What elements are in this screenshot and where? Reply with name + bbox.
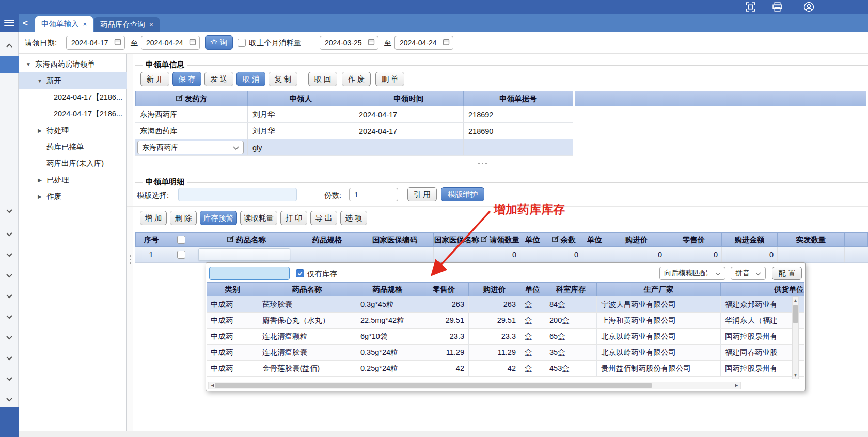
vertical-scrollbar[interactable]: ▲ ▼: [792, 296, 799, 379]
calendar-icon[interactable]: [111, 38, 121, 47]
retrieve-button[interactable]: 取 回: [308, 72, 337, 86]
read-consumption-button[interactable]: 读取耗量: [240, 211, 277, 225]
calendar-icon[interactable]: [439, 38, 450, 47]
header-checkbox[interactable]: [167, 232, 195, 247]
chevron-down-icon[interactable]: [6, 313, 13, 317]
calendar-icon[interactable]: [186, 38, 196, 47]
header-purchase-price[interactable]: 购进价: [607, 232, 666, 247]
header-request-qty[interactable]: 请领数量: [480, 232, 520, 247]
pinyin-select[interactable]: 拼音: [731, 267, 766, 280]
chevron-down-icon[interactable]: [6, 207, 13, 211]
bottom-scrollbar-track[interactable]: [19, 431, 868, 437]
header-drug-name[interactable]: 药品名称: [258, 282, 356, 296]
remove-button[interactable]: 删 除: [170, 211, 197, 225]
header-manufacturer[interactable]: 生产厂家: [597, 282, 721, 296]
only-stock-checkbox[interactable]: [296, 269, 304, 277]
new-button[interactable]: 新 开: [140, 72, 169, 86]
header-time[interactable]: 申领时间: [354, 91, 464, 106]
stock-alert-button[interactable]: 库存预警: [200, 211, 237, 225]
scroll-down-icon[interactable]: ▼: [793, 372, 798, 379]
collapsed-arrow-icon[interactable]: ▶: [36, 194, 43, 199]
chevron-down-icon[interactable]: [6, 333, 13, 338]
header-purchase-amount[interactable]: 购进金额: [722, 232, 778, 247]
config-button[interactable]: 配 置: [772, 267, 802, 280]
header-pharmacy[interactable]: 发药方: [135, 91, 248, 106]
chevron-down-icon[interactable]: [6, 271, 13, 276]
header-applicant[interactable]: 申领人: [248, 91, 354, 106]
panel-splitter[interactable]: [127, 54, 133, 431]
master-row[interactable]: 东海西药库 刘月华 2024-04-17 218690: [135, 123, 573, 139]
export-button[interactable]: 导 出: [310, 211, 337, 225]
tree-item-order[interactable]: 2024-04-17【2186...: [19, 105, 127, 122]
menu-icon[interactable]: [4, 20, 14, 27]
date-from-input[interactable]: 2024-04-17: [66, 36, 125, 50]
cell-applicant-edit[interactable]: gly: [248, 139, 354, 155]
close-icon[interactable]: ×: [83, 20, 87, 28]
chevron-down-icon[interactable]: [6, 292, 13, 296]
print-icon[interactable]: [772, 2, 783, 12]
collapsed-arrow-icon[interactable]: ▶: [36, 128, 43, 133]
header-unit[interactable]: 单位: [520, 232, 545, 247]
tree-item-void[interactable]: ▶作废: [19, 188, 127, 205]
cell-order-no-edit[interactable]: [464, 139, 573, 155]
cite-button[interactable]: 引 用: [407, 187, 437, 201]
tree-item-new[interactable]: ▼新开: [19, 72, 127, 89]
scrollbar-thumb[interactable]: [793, 305, 798, 323]
section-splitter-handle[interactable]: [478, 163, 489, 164]
detail-row[interactable]: 1 0 0 0 0 0: [135, 247, 868, 263]
match-mode-select[interactable]: 向后模糊匹配: [659, 267, 725, 280]
tree-item-outbound[interactable]: 药库出库(未入库): [19, 155, 127, 171]
drug-row[interactable]: 中成药金骨莲胶囊(益佰)0.25g*24粒4242盒453盒贵州益佰制药股份有限…: [207, 361, 804, 377]
chevron-down-icon[interactable]: [6, 374, 13, 379]
scan-icon[interactable]: [745, 2, 756, 12]
drug-row[interactable]: 中成药连花清瘟胶囊0.35g*24粒11.2911.29盒35盒北京以岭药业有限…: [207, 345, 804, 361]
tree-item-root[interactable]: ▼东海西药房请领单: [19, 56, 127, 72]
account-icon[interactable]: [803, 2, 814, 12]
chevron-down-icon[interactable]: [6, 354, 13, 358]
drug-row[interactable]: 中成药芪珍胶囊0.3g*45粒263263盒84盒宁波大昌药业有限公司福建众邦药…: [207, 296, 804, 313]
drug-row[interactable]: 中成药连花清瘟颗粒6g*10袋23.323.3盒65盒北京以岭药业有限公司国药控…: [207, 329, 804, 345]
header-dept-stock[interactable]: 科室库存: [545, 282, 597, 296]
close-icon[interactable]: ×: [149, 21, 153, 28]
header-insurance-name[interactable]: 国家医保名称: [434, 232, 480, 247]
header-retail-price[interactable]: 零售价: [666, 232, 722, 247]
expanded-arrow-icon[interactable]: ▼: [36, 78, 43, 84]
print-button[interactable]: 打 印: [280, 211, 307, 225]
consume-from-input[interactable]: 2024-03-25: [320, 36, 378, 50]
header-drug-name[interactable]: 药品名称: [195, 232, 298, 247]
send-button[interactable]: 发 送: [204, 72, 233, 86]
drug-row[interactable]: 中成药麝香保心丸（水丸）22.5mg*42粒29.5129.51盒200盒上海和…: [207, 313, 804, 329]
copies-input[interactable]: 1: [349, 188, 398, 201]
chevron-up-icon[interactable]: [6, 41, 13, 46]
void-button[interactable]: 作 废: [342, 72, 371, 86]
pharmacy-select[interactable]: 东海西药库: [137, 141, 244, 154]
master-row[interactable]: 东海西药库 刘月华 2024-04-17 218692: [135, 106, 573, 123]
cancel-button[interactable]: 取 消: [236, 72, 265, 86]
drug-search-input[interactable]: [209, 267, 290, 280]
splitter-handle-icon[interactable]: [130, 255, 131, 266]
header-purchase-price[interactable]: 购进价: [469, 282, 520, 296]
chevron-down-icon[interactable]: [6, 230, 13, 235]
consume-to-input[interactable]: 2024-04-24: [394, 36, 453, 50]
expanded-arrow-icon[interactable]: ▼: [25, 61, 32, 67]
collapse-panel-icon[interactable]: <: [23, 18, 28, 28]
header-seq[interactable]: 序号: [135, 232, 167, 247]
tree-item-pending[interactable]: ▶待处理: [19, 122, 127, 138]
tree-item-processed[interactable]: ▶已处理: [19, 171, 127, 188]
header-spec[interactable]: 药品规格: [298, 232, 356, 247]
query-button[interactable]: 查 询: [205, 35, 233, 50]
select-all-checkbox[interactable]: [177, 236, 185, 244]
tree-item-order[interactable]: 2024-04-17【2186...: [19, 89, 127, 105]
header-supplier[interactable]: 供货单位: [721, 282, 804, 296]
header-category[interactable]: 类别: [207, 282, 258, 296]
tab-requisition-entry[interactable]: 申领单输入 ×: [35, 16, 93, 32]
scrollbar-thumb[interactable]: [215, 383, 652, 388]
date-to-input[interactable]: 2024-04-24: [141, 36, 200, 50]
scroll-left-icon[interactable]: ◄: [210, 383, 215, 388]
horizontal-scrollbar[interactable]: ◄ ►: [208, 382, 741, 389]
chevron-down-icon[interactable]: [6, 395, 13, 400]
scroll-right-icon[interactable]: ►: [734, 383, 739, 388]
calendar-icon[interactable]: [365, 38, 375, 47]
header-retail-price[interactable]: 零售价: [419, 282, 469, 296]
cell-time-edit[interactable]: [354, 139, 464, 155]
